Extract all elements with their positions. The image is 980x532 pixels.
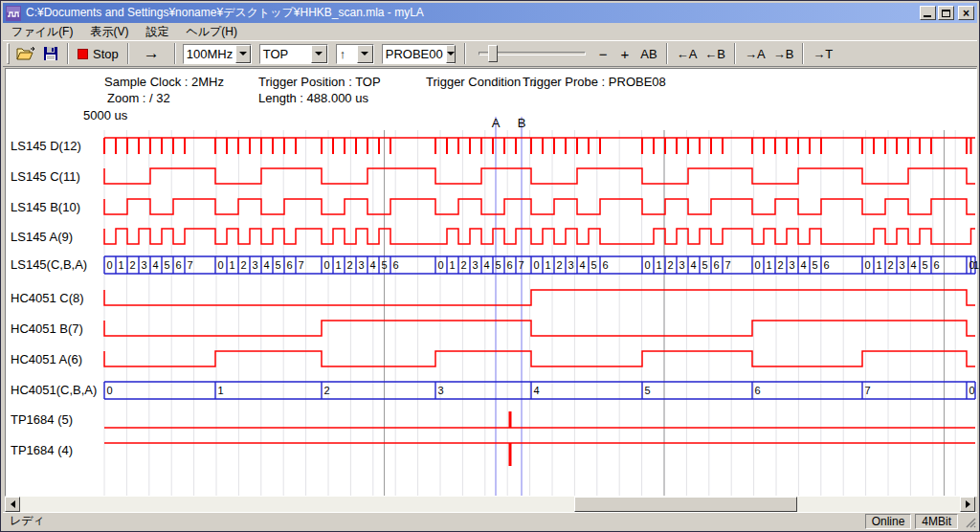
trigger-probe-select[interactable]: PROBE00 (382, 44, 455, 64)
zoom-slider[interactable] (479, 43, 586, 64)
channel-label: LS145 D(12) (11, 139, 81, 153)
scroll-right-icon (966, 500, 970, 508)
channel-label: LS145 C(11) (11, 169, 80, 184)
maximize-button[interactable] (938, 6, 954, 20)
move-cursor-b-fwd-button[interactable]: →B (769, 43, 798, 64)
app-icon (6, 6, 21, 21)
scroll-right-button[interactable] (960, 497, 975, 512)
channel-label: TP1684 (5) (11, 412, 73, 427)
open-folder-icon (16, 46, 35, 61)
zoom-ab-button[interactable]: AB (636, 43, 660, 64)
dropdown-arrow-icon[interactable] (311, 45, 327, 63)
timeline-start-label: 5000 us (83, 108, 127, 122)
close-icon: × (963, 8, 969, 19)
trigger-edge-value: ↑ (337, 47, 349, 61)
maximize-icon (942, 10, 950, 17)
waveform-panel[interactable] (5, 68, 977, 497)
move-cursor-a-fwd-button[interactable]: →A (741, 43, 769, 64)
zoom-in-button[interactable]: + (617, 43, 634, 64)
horizontal-scrollbar[interactable] (5, 497, 975, 512)
channel-label: LS145(C,B,A) (11, 257, 87, 272)
dropdown-arrow-icon[interactable] (446, 45, 456, 63)
minimize-button[interactable] (920, 6, 936, 20)
save-floppy-icon (43, 46, 58, 61)
run-arrow-icon: → (144, 44, 160, 63)
status-memory-badge: 4MBit (915, 514, 958, 529)
status-online-badge: Online (865, 514, 912, 529)
channel-label: HC4051 A(6) (11, 352, 82, 366)
scroll-left-icon (11, 500, 15, 508)
menu-bar: ファイル(F)表示(V)設定ヘルプ(H) (3, 23, 977, 40)
toolbar-separator (802, 43, 804, 64)
trigger-edge-select[interactable]: ↑ (336, 44, 374, 64)
zoom-slider-thumb[interactable] (488, 45, 498, 62)
dropdown-arrow-icon[interactable] (235, 45, 251, 63)
dropdown-arrow-icon[interactable] (357, 45, 373, 63)
channel-label: LS145 A(9) (11, 230, 73, 244)
trigger-probe-info: Trigger Probe : PROBE08 (523, 75, 666, 89)
length-info: Length : 488.000 us (258, 91, 368, 105)
scrollbar-thumb[interactable] (574, 497, 797, 512)
toolbar-separator (734, 43, 736, 64)
channel-label: TP1684 (4) (11, 443, 73, 457)
menu-item[interactable]: ファイル(F) (3, 22, 81, 42)
channel-label: HC4051 C(8) (11, 291, 84, 305)
channel-label: HC4051(C,B,A) (11, 383, 97, 397)
sample-clock-select[interactable]: 100MHz (183, 44, 252, 64)
channel-label: LS145 B(10) (11, 200, 80, 214)
toolbar-grip (7, 43, 10, 64)
menu-item[interactable]: ヘルプ(H) (177, 22, 246, 42)
zoom-out-button[interactable]: − (595, 43, 612, 64)
resize-grip[interactable] (964, 516, 976, 528)
run-button[interactable]: → (134, 43, 169, 64)
stop-label: Stop (93, 47, 119, 61)
channel-label: HC4051 B(7) (11, 321, 83, 336)
window-title: C:¥Documents and Settings¥noname¥デスクトップ¥… (26, 5, 918, 21)
toolbar-separator (67, 43, 69, 64)
move-cursor-b-back-button[interactable]: ←B (701, 43, 729, 64)
trigger-position-info: Trigger Position : TOP (258, 75, 381, 89)
toolbar: Stop → 100MHz TOP ↑ PROBE00 − + AB (3, 40, 977, 67)
toolbar-separator (127, 43, 129, 64)
stop-button[interactable]: Stop (74, 43, 122, 64)
app-window: C:¥Documents and Settings¥noname¥デスクトップ¥… (0, 0, 980, 532)
trigger-position-value: TOP (260, 47, 292, 61)
menu-item[interactable]: 表示(V) (81, 22, 137, 42)
menu-item[interactable]: 設定 (137, 22, 177, 42)
trigger-probe-value: PROBE00 (383, 47, 446, 61)
open-file-button[interactable] (12, 43, 39, 64)
title-bar[interactable]: C:¥Documents and Settings¥noname¥デスクトップ¥… (3, 3, 977, 23)
trigger-position-select[interactable]: TOP (259, 44, 328, 64)
save-button[interactable] (39, 43, 62, 64)
minimize-icon (924, 15, 931, 17)
trigger-condition-info: Trigger Condition : ↓ (426, 75, 538, 89)
scroll-left-button[interactable] (5, 497, 20, 512)
move-cursor-a-back-button[interactable]: ←A (673, 43, 702, 64)
status-bar: レディ Online 4MBit (3, 512, 977, 529)
zoom-info: Zoom : / 32 (107, 91, 170, 105)
sample-clock-value: 100MHz (184, 47, 235, 61)
status-ready-text: レディ (3, 513, 865, 529)
toolbar-separator (464, 43, 466, 64)
sample-clock-info: Sample Clock : 2MHz (104, 75, 224, 89)
goto-trigger-button[interactable]: →T (809, 43, 836, 64)
stop-icon (78, 49, 88, 59)
toolbar-separator (174, 43, 176, 64)
close-button[interactable]: × (958, 6, 974, 20)
toolbar-separator (666, 43, 668, 64)
